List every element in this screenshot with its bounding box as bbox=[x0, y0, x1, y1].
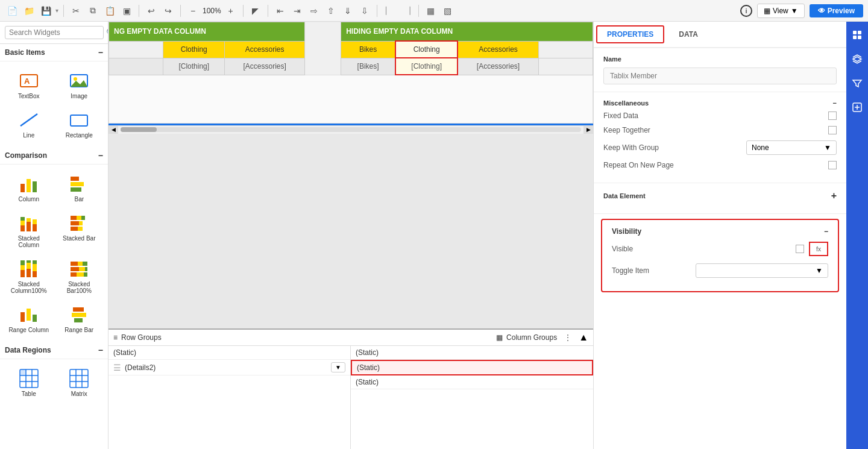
align-center-btn[interactable]: ⇥ bbox=[290, 4, 304, 18]
col-group-static3[interactable]: (Static) bbox=[351, 375, 593, 389]
tab-data[interactable]: DATA bbox=[667, 22, 710, 47]
align-bottom-btn[interactable]: ⇩ bbox=[357, 4, 372, 18]
scroll-right-btn[interactable]: ▶ bbox=[583, 125, 593, 134]
keep-with-group-select[interactable]: None ▼ bbox=[746, 140, 837, 155]
visibility-section: Visibility − Visible fx Toggle Item ▼ bbox=[601, 219, 839, 292]
svg-rect-23 bbox=[79, 221, 83, 225]
widget-range-column[interactable]: Range Column bbox=[5, 300, 53, 337]
layers-icon[interactable] bbox=[849, 51, 866, 68]
widget-range-bar[interactable]: Range Bar bbox=[55, 300, 104, 337]
zoom-in-btn[interactable]: + bbox=[224, 4, 238, 18]
details2-dropdown-btn[interactable]: ▼ bbox=[331, 362, 345, 372]
vspacing-btn[interactable]: ⎹ bbox=[399, 4, 414, 18]
h-scrollbar[interactable]: ◀ ▶ bbox=[108, 125, 593, 134]
collapse-visibility-icon[interactable]: − bbox=[824, 227, 828, 236]
align-middle-btn[interactable]: ⇓ bbox=[341, 4, 355, 18]
main-toolbar: 📄 📁 💾 ▾ ✂ ⧉ 📋 ▣ ↩ ↪ − 100% + ◤ ⇤ ⇥ ⇨ ⇧ ⇓… bbox=[0, 0, 868, 22]
copy-btn[interactable]: ⧉ bbox=[86, 4, 100, 18]
repeat-on-new-page-checkbox[interactable] bbox=[828, 161, 837, 169]
name-input[interactable] bbox=[603, 68, 837, 84]
undo-btn[interactable]: ↩ bbox=[144, 4, 159, 18]
align-top-btn[interactable]: ⇧ bbox=[324, 4, 338, 18]
collapse-data-regions-icon[interactable]: − bbox=[98, 345, 103, 355]
widget-stacked-bar100[interactable]: Stacked Bar100% bbox=[55, 254, 104, 298]
col-group-static1[interactable]: (Static) bbox=[351, 346, 593, 360]
data-clothing: [Clothing] bbox=[163, 58, 225, 75]
widget-textbox[interactable]: A TextBox bbox=[5, 66, 53, 103]
widget-matrix[interactable]: Matrix bbox=[55, 364, 104, 401]
row-group-details2[interactable]: ☰ (Details2) ▼ bbox=[108, 360, 350, 375]
widget-stacked-bar[interactable]: Stacked Bar bbox=[55, 209, 104, 252]
sep3 bbox=[180, 5, 181, 17]
zoom-out-btn[interactable]: − bbox=[186, 4, 200, 18]
keep-together-checkbox[interactable] bbox=[828, 126, 837, 134]
svg-rect-46 bbox=[33, 315, 37, 322]
arrange-btn[interactable]: ◤ bbox=[248, 4, 263, 18]
collapse-misc-icon[interactable]: − bbox=[833, 99, 837, 107]
toggle-chevron-icon: ▼ bbox=[816, 266, 823, 275]
table-icon bbox=[18, 368, 40, 389]
widget-rectangle[interactable]: Rectangle bbox=[55, 105, 104, 142]
save-btn[interactable]: 💾 bbox=[39, 4, 53, 18]
paste-btn[interactable]: 📋 bbox=[102, 4, 117, 18]
widget-stacked-column[interactable]: Stacked Column bbox=[5, 209, 53, 252]
cut-btn[interactable]: ✂ bbox=[69, 4, 83, 18]
row-group-static[interactable]: (Static) bbox=[108, 346, 350, 360]
svg-rect-56 bbox=[70, 369, 88, 388]
widget-column[interactable]: Column bbox=[5, 169, 53, 206]
scroll-left-btn[interactable]: ◀ bbox=[108, 125, 118, 134]
format-btn[interactable]: ▦ bbox=[424, 4, 438, 18]
widget-bar[interactable]: Bar bbox=[55, 169, 104, 206]
fixed-data-checkbox[interactable] bbox=[828, 111, 837, 120]
data-clothing2-selected[interactable]: [Clothing] bbox=[395, 58, 458, 75]
canvas-scroll[interactable]: NG EMPTY DATA COLUMN HIDING EMPTY DATA C… bbox=[108, 22, 593, 328]
add-data-element-icon[interactable]: + bbox=[831, 190, 837, 201]
filter-icon[interactable] bbox=[849, 75, 866, 92]
delete-btn[interactable]: ▣ bbox=[119, 4, 134, 18]
visibility-expr-btn[interactable]: fx bbox=[809, 242, 828, 256]
visible-checkbox[interactable] bbox=[796, 245, 804, 253]
svg-rect-35 bbox=[71, 262, 78, 266]
widget-line[interactable]: Line bbox=[5, 105, 53, 142]
matrix-icon bbox=[68, 368, 90, 389]
view-btn[interactable]: ▦ View ▼ bbox=[757, 4, 805, 18]
toggle-item-select[interactable]: ▼ bbox=[696, 263, 828, 278]
misc-section: Miscellaneous − Fixed Data Keep Together… bbox=[594, 92, 846, 183]
open-btn[interactable]: 📁 bbox=[22, 4, 36, 18]
svg-rect-26 bbox=[20, 270, 25, 277]
widget-table[interactable]: Table bbox=[5, 364, 53, 401]
svg-rect-39 bbox=[79, 267, 85, 271]
new-file-btn[interactable]: 📄 bbox=[5, 4, 19, 18]
collapse-comparison-icon[interactable]: − bbox=[98, 151, 103, 160]
stacked-bar100-icon bbox=[68, 258, 90, 280]
collapse-basic-icon[interactable]: − bbox=[98, 48, 103, 57]
col-groups-section: ▦ Column Groups bbox=[496, 333, 557, 342]
search-input[interactable] bbox=[5, 26, 104, 39]
redo-btn[interactable]: ↪ bbox=[161, 4, 175, 18]
h-scroll-thumb[interactable] bbox=[121, 127, 157, 132]
range-column-icon bbox=[18, 304, 40, 325]
col-clothing2-selected[interactable]: Clothing bbox=[395, 41, 458, 58]
align-left-btn[interactable]: ⇤ bbox=[273, 4, 288, 18]
svg-rect-25 bbox=[78, 227, 83, 231]
align-right-btn[interactable]: ⇨ bbox=[307, 4, 321, 18]
widget-stacked-column100[interactable]: Stacked Column100% bbox=[5, 254, 53, 298]
preview-btn[interactable]: 👁 Preview bbox=[810, 4, 863, 17]
collapse-panel-btn[interactable]: ▲ bbox=[579, 332, 588, 343]
col-clothing: Clothing bbox=[163, 41, 225, 58]
svg-rect-18 bbox=[33, 219, 37, 224]
info-btn[interactable]: i bbox=[740, 5, 752, 17]
line-icon bbox=[18, 109, 40, 131]
spacing-btn[interactable]: ⎸ bbox=[382, 4, 397, 18]
properties-panel-icon[interactable] bbox=[849, 27, 866, 43]
tab-properties[interactable]: PROPERTIES bbox=[596, 25, 664, 43]
widget-image[interactable]: Image bbox=[55, 66, 104, 103]
expr-icon: fx bbox=[816, 246, 821, 253]
h-scroll-track[interactable] bbox=[121, 127, 581, 132]
col-group-static2-highlighted[interactable]: (Static) bbox=[351, 360, 593, 375]
more-btn[interactable]: ⋮ bbox=[564, 333, 571, 342]
formula-icon[interactable] bbox=[849, 99, 866, 116]
resize-btn[interactable]: ▧ bbox=[441, 4, 455, 18]
svg-rect-34 bbox=[33, 260, 37, 264]
sep6 bbox=[377, 5, 377, 17]
